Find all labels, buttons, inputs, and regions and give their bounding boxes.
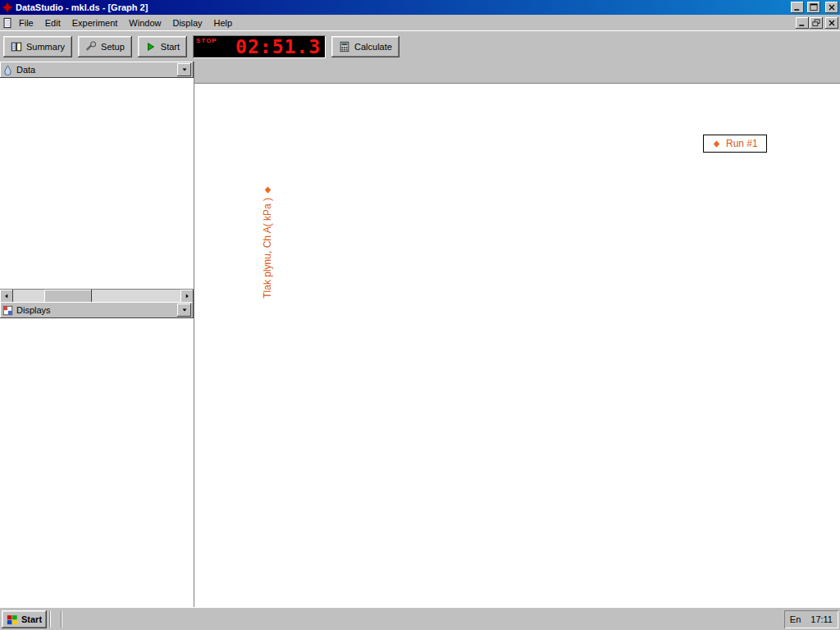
- timer-value: 02:51.3: [235, 36, 321, 57]
- taskbar-separator: [49, 611, 51, 628]
- maximize-button[interactable]: [807, 2, 820, 13]
- start-button[interactable]: Start: [138, 36, 187, 57]
- app-icon: [2, 2, 13, 13]
- menu-window[interactable]: Window: [123, 16, 167, 30]
- menu-edit[interactable]: Edit: [39, 16, 66, 30]
- mdi-close-button[interactable]: [825, 17, 838, 29]
- data-panel-title: Data: [16, 65, 174, 75]
- legend[interactable]: Run #1: [703, 135, 767, 153]
- mdi-minimize-button[interactable]: [796, 17, 809, 29]
- calculate-button[interactable]: Calculate: [331, 36, 399, 57]
- calculate-button-label: Calculate: [354, 42, 392, 52]
- taskbar: Start En 17:11: [0, 607, 840, 630]
- y-axis-title-text: Tlak plynu, Ch A( kPa ): [262, 198, 273, 299]
- menu-bar: FileEditExperimentWindowDisplayHelp: [0, 15, 840, 30]
- setup-button[interactable]: Setup: [78, 36, 132, 57]
- start-menu-button[interactable]: Start: [2, 610, 47, 628]
- scrollbar-thumb[interactable]: [44, 290, 92, 303]
- window-title: DataStudio - mkl.ds - [Graph 2]: [16, 2, 788, 12]
- play-icon: [145, 41, 157, 52]
- data-icon: [2, 65, 13, 75]
- calculator-icon: [339, 41, 350, 52]
- menu-file[interactable]: File: [13, 16, 39, 30]
- graph-display[interactable]: Tlak plynu, Ch A( kPa ) Run #1: [194, 83, 840, 607]
- title-bar: DataStudio - mkl.ds - [Graph 2]: [0, 0, 840, 15]
- menu-help[interactable]: Help: [208, 16, 239, 30]
- mdi-child-icon: [2, 17, 13, 29]
- data-panel-header: Data: [0, 62, 194, 78]
- y-axis-title: Tlak plynu, Ch A( kPa ): [262, 185, 273, 299]
- menu-items: FileEditExperimentWindowDisplayHelp: [13, 16, 238, 30]
- mdi-restore-button[interactable]: [810, 17, 823, 29]
- main-toolbar: Summary Setup Start STOP 02:51.3 Calcula…: [0, 30, 840, 62]
- data-panel-menu-button[interactable]: [177, 63, 191, 76]
- windows-logo-icon: [7, 614, 18, 625]
- graph-toolbar: [194, 62, 840, 83]
- system-tray: En 17:11: [784, 610, 838, 628]
- data-tree: [0, 78, 194, 289]
- plot-canvas[interactable]: [194, 84, 840, 608]
- taskbar-separator: [61, 611, 62, 628]
- minimize-button[interactable]: [791, 2, 804, 13]
- menu-experiment[interactable]: Experiment: [66, 16, 124, 30]
- displays-panel-header: Displays: [0, 302, 194, 318]
- setup-button-label: Setup: [101, 42, 125, 52]
- legend-marker-icon: [712, 139, 721, 148]
- timer-stop-label: STOP: [196, 37, 217, 44]
- displays-tree: [0, 318, 194, 607]
- displays-panel-title: Displays: [16, 305, 174, 315]
- displays-panel-menu-button[interactable]: [177, 304, 191, 317]
- displays-icon: [2, 305, 13, 316]
- experiment-timer: STOP 02:51.3: [193, 35, 326, 58]
- summary-icon: [11, 41, 22, 52]
- summary-sidebar: Data Displays: [0, 62, 194, 607]
- close-button[interactable]: [825, 2, 838, 13]
- legend-label: Run #1: [726, 138, 758, 149]
- menu-display[interactable]: Display: [167, 16, 208, 30]
- setup-icon: [85, 41, 97, 52]
- scroll-left-button[interactable]: [0, 290, 13, 303]
- data-tree-horizontal-scrollbar[interactable]: [0, 289, 194, 302]
- summary-button-label: Summary: [26, 42, 65, 52]
- start-menu-label: Start: [21, 614, 42, 624]
- keyboard-language-indicator[interactable]: En: [790, 614, 801, 624]
- run-marker-diamond-icon: [263, 185, 272, 194]
- summary-button[interactable]: Summary: [3, 36, 72, 57]
- taskbar-clock: 17:11: [807, 614, 833, 624]
- start-button-label: Start: [161, 42, 180, 52]
- scroll-right-button[interactable]: [180, 290, 194, 303]
